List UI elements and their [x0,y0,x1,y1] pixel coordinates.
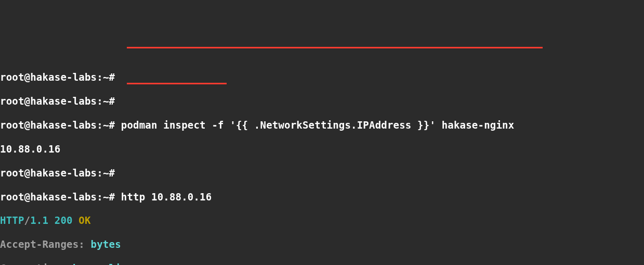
prompt-sep: : [97,71,103,83]
prompt-hash: # [109,167,115,179]
prompt-path: ~ [103,119,109,131]
header-key: Accept-Ranges [0,238,78,250]
prompt-user: root@hakase-labs [0,191,97,203]
prompt-user: root@hakase-labs [0,95,97,107]
prompt-sep: : [97,167,103,179]
prompt-line: root@hakase-labs:~# [0,71,644,83]
prompt-path: ~ [103,167,109,179]
prompt-user: root@hakase-labs [0,167,97,179]
header-line: Connection: keep-alive [0,262,644,265]
header-line: Accept-Ranges: bytes [0,238,644,250]
prompt-line: root@hakase-labs:~# [0,167,644,179]
command-text: http 10.88.0.16 [115,191,212,203]
header-key: Connection [0,262,60,265]
output-line: 10.88.0.16 [0,143,644,155]
prompt-sep: : [97,191,103,203]
command-line: root@hakase-labs:~# http 10.88.0.16 [0,191,644,203]
http-slash: / [24,214,31,226]
prompt-line: root@hakase-labs:~# [0,95,644,107]
prompt-hash: # [109,191,115,203]
command-line: root@hakase-labs:~# podman inspect -f '{… [0,119,644,131]
prompt-path: ~ [103,71,109,83]
http-code: 200 [55,214,73,226]
http-reason: OK [78,214,90,226]
terminal[interactable]: root@hakase-labs:~# root@hakase-labs:~# … [0,36,644,265]
sp [48,214,55,226]
prompt-sep: : [97,95,103,107]
header-value: keep-alive [73,262,133,265]
prompt-hash: # [109,71,115,83]
header-value: bytes [91,238,121,250]
prompt-user: root@hakase-labs [0,119,97,131]
prompt-hash: # [109,95,115,107]
prompt-path: ~ [103,191,109,203]
ip-output: 10.88.0.16 [0,143,60,155]
http-version: 1.1 [30,214,48,226]
prompt-path: ~ [103,95,109,107]
header-colon: : [60,262,72,265]
command-text: podman inspect -f '{{ .NetworkSettings.I… [115,119,514,131]
sp [73,214,79,226]
prompt-hash: # [109,119,115,131]
prompt-sep: : [97,119,103,131]
http-proto: HTTP [0,214,24,226]
http-status-line: HTTP/1.1 200 OK [0,214,644,226]
highlight-underline-1 [127,47,543,48]
prompt-user: root@hakase-labs [0,71,97,83]
header-colon: : [78,238,90,250]
